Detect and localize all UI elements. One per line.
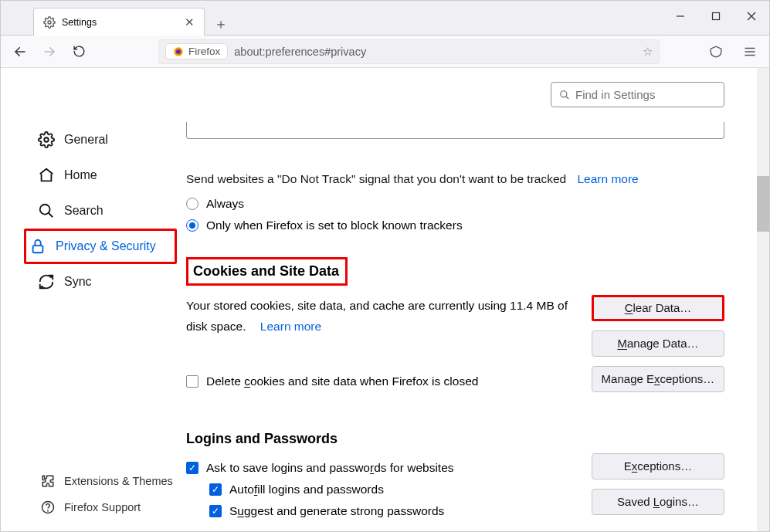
logins-section-title: Logins and Passwords	[186, 431, 724, 447]
reload-button[interactable]	[67, 40, 90, 63]
cookies-desc-text: Your stored cookies, site data, and cach…	[186, 299, 568, 333]
delete-on-close-option[interactable]: Delete cookies and site data when Firefo…	[186, 371, 578, 391]
saved-logins-button[interactable]: Saved Logins…	[592, 489, 724, 515]
find-in-settings-input[interactable]: Find in Settings	[551, 82, 724, 107]
gear-icon	[38, 131, 55, 148]
checkbox-icon: ✓	[209, 505, 222, 517]
content-area: General Home Search Privacy & Security S…	[1, 68, 769, 532]
logins-exceptions-button[interactable]: Exceptions…	[592, 453, 724, 479]
maximize-button[interactable]	[698, 1, 734, 32]
forward-button[interactable]	[38, 40, 61, 63]
svg-line-14	[49, 213, 53, 218]
search-icon	[38, 202, 55, 219]
radio-label: Only when Firefox is set to block known …	[206, 219, 463, 232]
minimize-button[interactable]	[663, 1, 698, 32]
new-tab-button[interactable]: ＋	[209, 12, 232, 36]
ask-to-save-option[interactable]: ✓ Ask to save logins and passwords for w…	[186, 461, 578, 475]
sync-icon	[38, 273, 55, 290]
url-text: about:preferences#privacy	[234, 46, 366, 58]
cookies-section-title: Cookies and Site Data	[193, 263, 339, 280]
manage-data-button[interactable]: Manage Data…	[592, 330, 724, 357]
cookies-title-highlight: Cookies and Site Data	[186, 257, 348, 286]
gear-icon	[43, 16, 56, 29]
toolbar: Firefox about:preferences#privacy ☆	[1, 36, 769, 68]
cookies-description: Your stored cookies, site data, and cach…	[186, 295, 578, 392]
checkbox-icon: ✓	[209, 483, 222, 496]
checkbox-icon	[186, 375, 198, 388]
vertical-scrollbar[interactable]	[757, 68, 769, 532]
checkbox-icon: ✓	[186, 462, 198, 474]
checkbox-label: Suggest and generate strong passwords	[229, 504, 444, 518]
tab-title: Settings	[62, 17, 97, 28]
lock-icon	[29, 238, 46, 255]
dnt-description: Send websites a "Do Not Track" signal th…	[186, 170, 724, 189]
app-menu-button[interactable]	[738, 40, 762, 63]
autofill-option[interactable]: ✓ Autofill logins and passwords	[209, 483, 578, 496]
sidebar-item-label: Extensions & Themes	[64, 475, 173, 487]
cookies-buttons: Clear Data… Manage Data… Manage Exceptio…	[592, 295, 724, 392]
sidebar-item-extensions[interactable]: Extensions & Themes	[1, 468, 173, 494]
svg-point-18	[561, 90, 567, 97]
url-bar[interactable]: Firefox about:preferences#privacy ☆	[158, 39, 660, 64]
sidebar-item-label: Privacy & Security	[56, 239, 156, 253]
dnt-always-option[interactable]: Always	[186, 197, 724, 211]
svg-point-17	[48, 510, 49, 511]
sidebar-item-general[interactable]: General	[1, 122, 186, 158]
dnt-known-trackers-option[interactable]: Only when Firefox is set to block known …	[186, 219, 724, 232]
identity-label: Firefox	[188, 46, 220, 57]
sidebar-item-label: Firefox Support	[64, 501, 141, 513]
sidebar-item-sync[interactable]: Sync	[1, 264, 186, 300]
svg-point-12	[44, 137, 49, 142]
checkbox-label: Autofill logins and passwords	[229, 483, 384, 496]
sidebar-item-label: General	[64, 133, 108, 147]
suggest-strong-option[interactable]: ✓ Suggest and generate strong passwords	[209, 504, 578, 518]
help-icon	[41, 500, 55, 514]
sidebar-item-label: Search	[64, 204, 103, 218]
svg-point-13	[40, 205, 50, 215]
home-icon	[38, 167, 55, 184]
radio-icon	[186, 219, 198, 232]
sidebar-item-label: Sync	[64, 275, 92, 289]
radio-icon	[186, 198, 198, 210]
settings-sidebar: General Home Search Privacy & Security S…	[1, 68, 186, 532]
radio-label: Always	[206, 197, 244, 211]
checkbox-label: Delete cookies and site data when Firefo…	[206, 371, 478, 391]
logins-buttons: Exceptions… Saved Logins…	[592, 453, 724, 518]
site-identity[interactable]: Firefox	[165, 43, 228, 59]
sidebar-item-home[interactable]: Home	[1, 158, 186, 193]
checkbox-label: Ask to save logins and passwords for web…	[206, 461, 454, 475]
scrollbar-thumb[interactable]	[757, 176, 769, 232]
bookmark-star-icon[interactable]: ☆	[643, 46, 653, 58]
sidebar-footer: Extensions & Themes Firefox Support	[1, 468, 173, 520]
firefox-icon	[173, 46, 184, 57]
pocket-icon[interactable]	[704, 40, 728, 63]
sidebar-item-search[interactable]: Search	[1, 193, 186, 229]
cookies-learn-more-link[interactable]: Learn more	[260, 320, 321, 333]
tab-close-button[interactable]: ✕	[182, 15, 196, 29]
close-window-button[interactable]	[734, 1, 769, 32]
dnt-text: Send websites a "Do Not Track" signal th…	[186, 172, 566, 185]
titlebar: Settings ✕ ＋	[1, 1, 769, 36]
settings-main: Find in Settings Send websites a "Do Not…	[186, 68, 769, 532]
sidebar-item-privacy[interactable]: Privacy & Security	[24, 229, 177, 264]
svg-rect-2	[713, 13, 720, 20]
search-icon	[559, 90, 570, 100]
window-controls	[663, 1, 769, 36]
svg-rect-15	[33, 246, 43, 252]
svg-line-19	[566, 96, 569, 99]
tab-strip: Settings ✕ ＋	[1, 1, 232, 36]
back-button[interactable]	[8, 40, 32, 63]
dnt-learn-more-link[interactable]: Learn more	[577, 172, 638, 185]
sidebar-item-support[interactable]: Firefox Support	[1, 494, 173, 520]
logins-options: ✓ Ask to save logins and passwords for w…	[186, 453, 578, 518]
svg-point-0	[48, 21, 51, 24]
search-placeholder: Find in Settings	[575, 88, 655, 101]
tab-settings[interactable]: Settings ✕	[33, 8, 205, 36]
tracking-protection-panel-edge	[186, 122, 724, 139]
sidebar-item-label: Home	[64, 168, 97, 182]
svg-point-8	[176, 49, 181, 53]
manage-exceptions-button[interactable]: Manage Exceptions…	[592, 366, 724, 392]
clear-data-button[interactable]: Clear Data…	[592, 295, 724, 321]
puzzle-icon	[41, 474, 55, 488]
